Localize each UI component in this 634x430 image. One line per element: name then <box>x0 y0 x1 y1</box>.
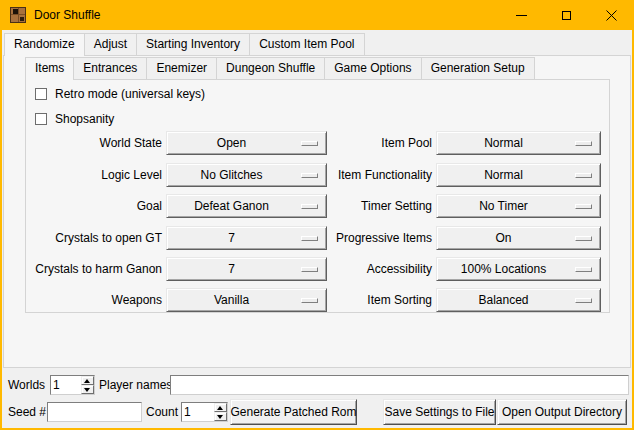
item-functionality-dropdown[interactable]: Normal <box>436 163 601 187</box>
tab-game-options[interactable]: Game Options <box>324 57 421 79</box>
tab-randomize[interactable]: Randomize <box>4 33 85 56</box>
item-sorting-dropdown[interactable]: Balanced <box>436 288 601 312</box>
dropdown-indicator-icon <box>575 141 592 146</box>
items-tab-pane: Retro mode (universal keys) Shopsanity W… <box>25 79 610 313</box>
dropdown-indicator-icon <box>301 141 318 146</box>
tab-custom-item-pool[interactable]: Custom Item Pool <box>249 33 364 55</box>
item-pool-value: Normal <box>484 136 523 150</box>
goal-dropdown[interactable]: Defeat Ganon <box>166 194 327 218</box>
accessibility-dropdown[interactable]: 100% Locations <box>436 257 601 281</box>
goal-value: Defeat Ganon <box>194 199 269 213</box>
minimize-icon <box>516 15 527 16</box>
timer-setting-label: Timer Setting <box>326 194 432 218</box>
accessibility-value: 100% Locations <box>461 262 546 276</box>
dropdown-indicator-icon <box>301 267 318 272</box>
app-window: Door Shuffle Randomize Adjust Starting I <box>0 0 634 430</box>
door-icon <box>10 7 26 23</box>
sub-tab-bar: Items Entrances Enemizer Dungeon Shuffle… <box>25 57 534 80</box>
item-pool-dropdown[interactable]: Normal <box>436 131 601 155</box>
count-label: Count <box>146 402 178 422</box>
dropdown-indicator-icon <box>575 204 592 209</box>
progressive-items-dropdown[interactable]: On <box>436 226 601 250</box>
dropdown-indicator-icon <box>301 298 318 303</box>
maximize-icon <box>562 11 571 20</box>
item-functionality-value: Normal <box>484 168 523 182</box>
player-names-label: Player names <box>99 375 172 395</box>
retro-mode-checkbox[interactable] <box>35 88 47 100</box>
crystals-ganon-label: Crystals to harm Ganon <box>26 257 162 281</box>
spin-up-icon[interactable] <box>214 403 227 412</box>
close-icon <box>606 10 617 21</box>
minimize-button[interactable] <box>499 0 544 30</box>
window-controls <box>499 0 634 30</box>
main-tab-bar: Randomize Adjust Starting Inventory Cust… <box>4 33 364 56</box>
shopsanity-checkbox[interactable] <box>35 113 47 125</box>
maximize-button[interactable] <box>544 0 589 30</box>
spin-down-icon[interactable] <box>214 412 227 421</box>
title-bar: Door Shuffle <box>0 0 634 30</box>
item-functionality-label: Item Functionality <box>326 163 432 187</box>
logic-level-dropdown[interactable]: No Glitches <box>166 163 327 187</box>
seed-input[interactable] <box>47 402 142 422</box>
close-button[interactable] <box>589 0 634 30</box>
timer-setting-value: No Timer <box>479 199 528 213</box>
logic-level-label: Logic Level <box>26 163 162 187</box>
dropdown-indicator-icon <box>575 173 592 178</box>
dropdown-indicator-icon <box>301 173 318 178</box>
count-spinner[interactable] <box>181 402 228 422</box>
player-names-input[interactable] <box>170 375 629 395</box>
open-output-directory-button[interactable]: Open Output Directory <box>497 399 627 425</box>
worlds-input[interactable] <box>51 376 81 394</box>
accessibility-label: Accessibility <box>326 257 432 281</box>
weapons-dropdown[interactable]: Vanilla <box>166 288 327 312</box>
tab-enemizer[interactable]: Enemizer <box>146 57 217 79</box>
tab-entrances[interactable]: Entrances <box>73 57 147 79</box>
world-state-value: Open <box>217 136 246 150</box>
spin-up-icon[interactable] <box>81 376 94 385</box>
window-title: Door Shuffle <box>34 8 101 22</box>
dropdown-indicator-icon <box>575 236 592 241</box>
crystals-ganon-dropdown[interactable]: 7 <box>166 257 327 281</box>
shopsanity-label: Shopsanity <box>55 112 114 126</box>
dropdown-indicator-icon <box>301 204 318 209</box>
weapons-label: Weapons <box>26 288 162 312</box>
generate-patched-rom-button[interactable]: Generate Patched Rom <box>230 399 357 425</box>
worlds-spinner[interactable] <box>50 375 95 395</box>
crystals-gt-value: 7 <box>228 231 235 245</box>
world-state-dropdown[interactable]: Open <box>166 131 327 155</box>
tab-adjust[interactable]: Adjust <box>84 33 137 55</box>
tab-dungeon-shuffle[interactable]: Dungeon Shuffle <box>216 57 325 79</box>
weapons-value: Vanilla <box>214 293 249 307</box>
tab-starting-inventory[interactable]: Starting Inventory <box>136 33 250 55</box>
worlds-label: Worlds <box>8 375 45 395</box>
crystals-gt-dropdown[interactable]: 7 <box>166 226 327 250</box>
count-input[interactable] <box>182 403 214 421</box>
item-pool-label: Item Pool <box>326 131 432 155</box>
retro-mode-label: Retro mode (universal keys) <box>55 87 205 101</box>
tab-items[interactable]: Items <box>25 57 74 80</box>
crystals-gt-label: Crystals to open GT <box>26 226 162 250</box>
item-sorting-value: Balanced <box>478 293 528 307</box>
goal-label: Goal <box>26 194 162 218</box>
save-settings-button[interactable]: Save Settings to File <box>383 399 496 425</box>
client-area: Randomize Adjust Starting Inventory Cust… <box>0 30 634 430</box>
worlds-spin-buttons <box>81 376 94 394</box>
seed-label: Seed # <box>8 402 46 422</box>
timer-setting-dropdown[interactable]: No Timer <box>436 194 601 218</box>
crystals-ganon-value: 7 <box>228 262 235 276</box>
progressive-items-value: On <box>495 231 511 245</box>
dropdown-indicator-icon <box>301 236 318 241</box>
shopsanity-option[interactable]: Shopsanity <box>35 111 114 126</box>
spin-down-icon[interactable] <box>81 385 94 394</box>
world-state-label: World State <box>26 131 162 155</box>
dropdown-indicator-icon <box>575 267 592 272</box>
dropdown-indicator-icon <box>575 298 592 303</box>
logic-level-value: No Glitches <box>200 168 262 182</box>
tab-generation-setup[interactable]: Generation Setup <box>421 57 535 79</box>
retro-mode-option[interactable]: Retro mode (universal keys) <box>35 86 205 101</box>
count-spin-buttons <box>214 403 227 421</box>
item-sorting-label: Item Sorting <box>326 288 432 312</box>
progressive-items-label: Progressive Items <box>326 226 432 250</box>
